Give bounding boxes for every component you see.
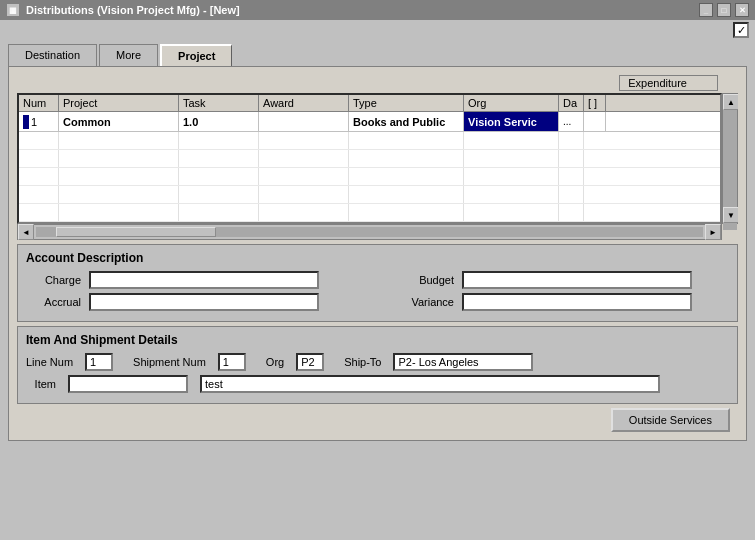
outside-services-button[interactable]: Outside Services (611, 408, 730, 432)
col-header-task: Task (179, 95, 259, 111)
row1-project[interactable]: Common (59, 112, 179, 131)
tab-project[interactable]: Project (160, 44, 232, 66)
line-num-input[interactable] (85, 353, 113, 371)
scroll-right-button[interactable]: ► (705, 224, 721, 240)
maximize-button[interactable]: □ (717, 3, 731, 17)
variance-input[interactable] (462, 293, 692, 311)
grid-header: Num Project Task Award Type Org Da [ ] (19, 95, 720, 112)
ship-to-label: Ship-To (344, 356, 381, 368)
row1-org[interactable]: Vision Servic (464, 112, 559, 131)
ship-to-input[interactable] (393, 353, 533, 371)
col-header-check: [ ] (584, 95, 606, 111)
vertical-scrollbar[interactable]: ▲ ▼ (722, 93, 738, 224)
tab-more[interactable]: More (99, 44, 158, 66)
col-header-org: Org (464, 95, 559, 111)
minimize-button[interactable]: _ (699, 3, 713, 17)
row1-task[interactable]: 1.0 (179, 112, 259, 131)
row1-checkbox[interactable] (584, 112, 606, 131)
h-scroll-thumb[interactable] (56, 227, 216, 237)
table-row (19, 150, 720, 168)
budget-label: Budget (399, 274, 454, 286)
item-shipment-section: Item And Shipment Details Line Num Shipm… (17, 326, 738, 404)
accrual-input[interactable] (89, 293, 319, 311)
app-icon: ▦ (6, 3, 20, 17)
scroll-up-button[interactable]: ▲ (723, 94, 738, 110)
table-row[interactable]: 1 Common 1.0 Books and Public Vision Ser… (19, 112, 720, 132)
item-shipment-title: Item And Shipment Details (26, 333, 729, 347)
scroll-down-button[interactable]: ▼ (723, 207, 738, 223)
table-row (19, 186, 720, 204)
variance-label: Variance (399, 296, 454, 308)
title-bar: ▦ Distributions (Vision Project Mfg) - [… (0, 0, 755, 20)
account-description-title: Account Description (26, 251, 729, 265)
item-label: Item (26, 378, 56, 390)
window-title: Distributions (Vision Project Mfg) - [Ne… (26, 4, 240, 16)
org-input[interactable] (296, 353, 324, 371)
row1-type[interactable]: Books and Public (349, 112, 464, 131)
budget-input[interactable] (462, 271, 692, 289)
shipment-num-input[interactable] (218, 353, 246, 371)
shipment-num-label: Shipment Num (133, 356, 206, 368)
line-num-label: Line Num (26, 356, 73, 368)
close-button[interactable]: ✕ (735, 3, 749, 17)
top-checkbox[interactable]: ✓ (733, 22, 749, 38)
col-header-award: Award (259, 95, 349, 111)
col-header-da: Da (559, 95, 584, 111)
item-desc-input[interactable] (200, 375, 660, 393)
expenditure-label: Expenditure (619, 75, 718, 91)
row1-num: 1 (19, 112, 59, 131)
col-header-num: Num (19, 95, 59, 111)
tab-bar: Destination More Project (8, 44, 747, 66)
accrual-label: Accrual (26, 296, 81, 308)
horizontal-scrollbar[interactable]: ◄ ► (17, 224, 722, 240)
project-grid: Num Project Task Award Type Org Da [ ] 1 (17, 93, 738, 240)
table-row (19, 204, 720, 222)
charge-input[interactable] (89, 271, 319, 289)
tab-destination[interactable]: Destination (8, 44, 97, 66)
item-input[interactable] (68, 375, 188, 393)
account-description-section: Account Description Charge Accrual Budge… (17, 244, 738, 322)
table-row (19, 132, 720, 150)
scroll-left-button[interactable]: ◄ (18, 224, 34, 240)
col-header-type: Type (349, 95, 464, 111)
col-header-project: Project (59, 95, 179, 111)
row1-da[interactable]: ... (559, 112, 584, 131)
org-label: Org (266, 356, 284, 368)
charge-label: Charge (26, 274, 81, 286)
table-row (19, 168, 720, 186)
row1-award[interactable] (259, 112, 349, 131)
